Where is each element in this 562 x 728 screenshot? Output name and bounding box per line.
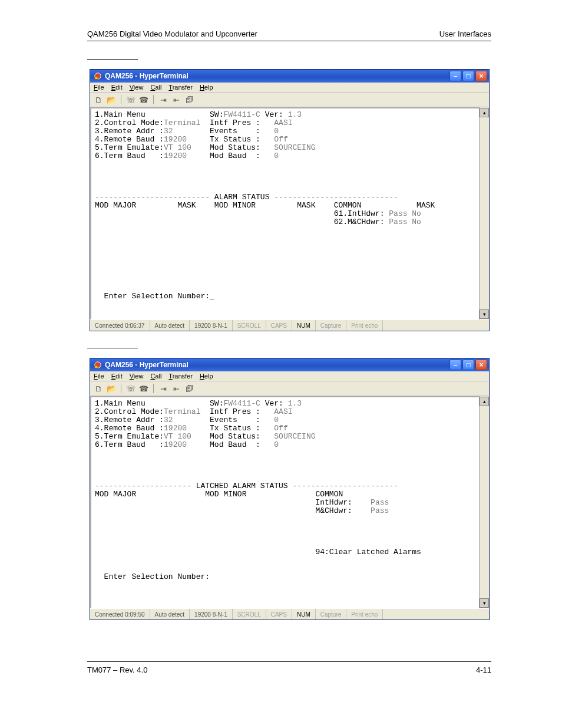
window-title: QAM256 - HyperTerminal [105,72,189,80]
page-header: QAM256 Digital Video Modulator and Upcon… [87,29,491,41]
menu-help[interactable]: Help [200,84,213,91]
menu-call[interactable]: Call [150,373,161,380]
caption-rule-1 [87,59,138,60]
receive-icon[interactable]: ⇤ [171,95,181,104]
scroll-up-icon[interactable]: ▴ [480,397,489,406]
call-icon[interactable]: ☏ [126,384,135,393]
status-scroll: SCROLL [233,320,266,331]
send-icon[interactable]: ⇥ [158,95,168,104]
status-echo: Print echo [346,609,383,620]
menu-help[interactable]: Help [200,373,213,380]
close-button[interactable]: × [475,360,487,370]
title-bar[interactable]: QAM256 - HyperTerminal – □ × [90,70,489,83]
status-bar: Connected 0:06:37 Auto detect 19200 8-N-… [90,319,489,331]
header-left: QAM256 Digital Video Modulator and Upcon… [87,29,257,38]
hangup-icon[interactable]: ☎ [139,384,148,393]
menu-transfer[interactable]: Transfer [168,84,193,91]
footer-right: 4-11 [476,666,491,674]
menu-edit[interactable]: Edit [111,84,123,91]
menu-file[interactable]: File [94,373,104,380]
status-caps: CAPS [266,320,292,331]
menu-bar: File Edit View Call Transfer Help [90,83,489,93]
close-button[interactable]: × [475,71,487,81]
minimize-button[interactable]: – [449,71,461,81]
scroll-down-icon[interactable]: ▾ [480,598,489,608]
scroll-down-icon[interactable]: ▾ [480,309,489,319]
footer-left: TM077 – Rev. 4.0 [87,666,147,674]
status-bar: Connected 0:09:50 Auto detect 19200 8-N-… [90,608,489,620]
maximize-button[interactable]: □ [462,360,474,370]
properties-icon[interactable]: 🗐 [184,384,194,393]
screenshot-window-2: QAM256 - HyperTerminal – □ × File Edit V… [90,358,490,620]
menu-view[interactable]: View [130,84,144,91]
svg-rect-1 [95,77,98,80]
minimize-button[interactable]: – [449,360,461,370]
menu-bar: File Edit View Call Transfer Help [90,371,489,381]
terminal-area[interactable]: 1.Main Menu SW:FW4411-C Ver: 1.3 2.Contr… [90,107,479,319]
status-capture: Capture [316,320,347,331]
maximize-button[interactable]: □ [462,71,474,81]
vertical-scrollbar[interactable]: ▴ ▾ [479,107,489,319]
toolbar: 🗋 📂 ☏ ☎ ⇥ ⇤ 🗐 [90,381,489,396]
status-num: NUM [292,320,316,331]
receive-icon[interactable]: ⇤ [171,384,181,393]
screenshot-window-1: QAM256 - HyperTerminal – □ × File Edit V… [90,69,490,331]
svg-rect-3 [95,366,98,368]
open-icon[interactable]: 📂 [107,95,116,104]
app-icon [94,361,102,369]
caption-rule-2 [87,348,138,348]
properties-icon[interactable]: 🗐 [184,95,194,104]
call-icon[interactable]: ☏ [126,95,135,104]
new-icon[interactable]: 🗋 [94,95,103,104]
new-icon[interactable]: 🗋 [94,384,103,393]
hangup-icon[interactable]: ☎ [139,95,148,104]
status-echo: Print echo [346,320,383,331]
menu-transfer[interactable]: Transfer [168,373,193,380]
status-scroll: SCROLL [233,609,266,620]
status-num: NUM [292,609,316,620]
app-icon [94,72,102,80]
status-caps: CAPS [266,609,292,620]
status-connected: Connected 0:09:50 [90,609,150,620]
window-title: QAM256 - HyperTerminal [105,361,189,369]
send-icon[interactable]: ⇥ [158,384,168,393]
status-baud: 19200 8-N-1 [190,609,233,620]
scroll-up-icon[interactable]: ▴ [480,108,489,117]
terminal-area[interactable]: 1.Main Menu SW:FW4411-C Ver: 1.3 2.Contr… [90,396,479,608]
header-right: User Interfaces [439,29,491,38]
title-bar[interactable]: QAM256 - HyperTerminal – □ × [90,358,489,371]
menu-call[interactable]: Call [150,84,161,91]
status-capture: Capture [316,609,347,620]
toolbar: 🗋 📂 ☏ ☎ ⇥ ⇤ 🗐 [90,93,489,107]
status-autodetect: Auto detect [150,609,190,620]
status-baud: 19200 8-N-1 [190,320,233,331]
menu-view[interactable]: View [130,373,144,380]
status-connected: Connected 0:06:37 [90,320,150,331]
vertical-scrollbar[interactable]: ▴ ▾ [479,396,489,608]
page-footer: TM077 – Rev. 4.0 4-11 [87,662,491,674]
status-autodetect: Auto detect [150,320,190,331]
open-icon[interactable]: 📂 [107,384,116,393]
menu-edit[interactable]: Edit [111,373,123,380]
menu-file[interactable]: File [94,84,104,91]
